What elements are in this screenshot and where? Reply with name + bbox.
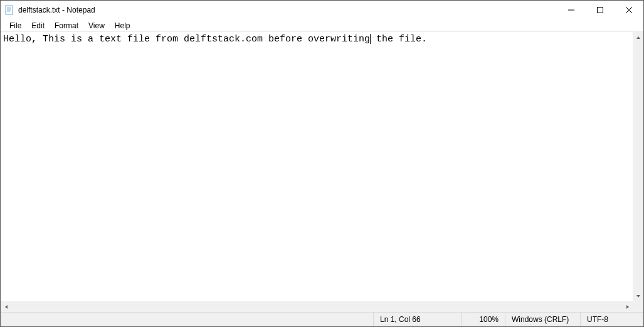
title-left: delftstack.txt - Notepad xyxy=(4,5,95,15)
scroll-down-arrow-icon[interactable] xyxy=(633,291,643,301)
menu-help[interactable]: Help xyxy=(110,20,135,31)
menu-bar: File Edit Format View Help xyxy=(1,19,643,32)
minimize-icon xyxy=(568,7,574,13)
title-bar[interactable]: delftstack.txt - Notepad xyxy=(1,1,643,19)
vertical-scrollbar[interactable] xyxy=(633,32,643,301)
content-area: Hello, This is a text file from delftsta… xyxy=(1,32,643,312)
status-cursor-position: Ln 1, Col 66 xyxy=(374,313,462,326)
scroll-corner xyxy=(633,301,643,312)
status-line-ending: Windows (CRLF) xyxy=(505,313,581,326)
menu-edit[interactable]: Edit xyxy=(26,20,50,31)
scroll-left-arrow-icon[interactable] xyxy=(1,301,11,312)
notepad-window: delftstack.txt - Notepad File xyxy=(0,0,644,327)
text-before-caret: Hello, This is a text file from delftsta… xyxy=(3,34,370,45)
text-content[interactable]: Hello, This is a text file from delftsta… xyxy=(1,32,643,47)
status-encoding: UTF-8 xyxy=(581,313,643,326)
status-spacer xyxy=(1,313,374,326)
scroll-right-arrow-icon[interactable] xyxy=(622,301,633,312)
close-button[interactable] xyxy=(615,1,643,19)
window-controls xyxy=(557,1,643,19)
maximize-button[interactable] xyxy=(586,1,615,19)
status-bar: Ln 1, Col 66 100% Windows (CRLF) UTF-8 xyxy=(1,312,643,326)
minimize-button[interactable] xyxy=(557,1,586,19)
close-icon xyxy=(626,7,632,13)
notepad-icon xyxy=(4,5,14,15)
scroll-up-arrow-icon[interactable] xyxy=(633,32,643,43)
text-editor[interactable]: Hello, This is a text file from delftsta… xyxy=(1,32,643,312)
window-title: delftstack.txt - Notepad xyxy=(18,6,95,14)
menu-format[interactable]: Format xyxy=(50,20,83,31)
horizontal-scrollbar[interactable] xyxy=(1,301,633,312)
maximize-icon xyxy=(597,7,603,13)
svg-rect-6 xyxy=(598,8,603,13)
menu-view[interactable]: View xyxy=(83,20,110,31)
text-after-caret: the file. xyxy=(371,34,427,45)
status-zoom: 100% xyxy=(462,313,505,326)
menu-file[interactable]: File xyxy=(4,20,26,31)
